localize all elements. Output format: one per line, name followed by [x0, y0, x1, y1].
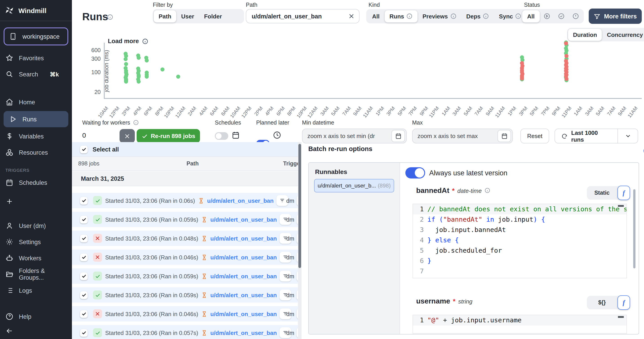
field-info-icon[interactable]	[484, 187, 491, 194]
table-row[interactable]: Started 31/03, 23:06 (Ran in 0.057s)u/dm…	[72, 325, 302, 339]
run-started-text: Started 31/03, 23:06 (Ran in 0.059s)	[105, 291, 198, 298]
run-path-link[interactable]: u/dm/alert_on_user_ban	[210, 329, 277, 336]
rerun-jobs-label: Re-run 898 jobs	[151, 133, 195, 139]
run-started-text: Started 31/03, 23:06 (Ran in 0.048s)	[105, 235, 198, 242]
table-row[interactable]: Started 31/03, 23:06 (Ran in 0.059s)u/dm…	[72, 212, 302, 227]
rerun-jobs-button[interactable]: Re-run 898 jobs	[136, 129, 200, 143]
failure-status-icon	[93, 234, 102, 243]
required-asterisk: *	[452, 187, 455, 194]
function-mode-button[interactable]: f	[618, 295, 630, 310]
scatter-dot-success[interactable]	[145, 59, 149, 63]
list-scrollbar-thumb[interactable]	[298, 144, 301, 268]
max-datetime-label: Max	[412, 120, 423, 126]
run-path-link[interactable]: u/dm/alert_on_user_ban	[210, 216, 277, 223]
row-checkbox[interactable]	[80, 197, 88, 204]
runs-window-main[interactable]: Last 1000 runs	[555, 129, 618, 143]
search-icon	[6, 70, 14, 78]
sidebar-item-resources[interactable]: Resources	[0, 144, 72, 161]
sidebar-item-logs[interactable]: Logs	[0, 282, 72, 298]
run-path-link[interactable]: u/dm/alert_on_user_ban	[210, 291, 277, 298]
sidebar-item-folders-groups[interactable]: Folders & Groups...	[0, 266, 72, 282]
min-datetime-input[interactable]: zoom x axis to set min (dr	[302, 129, 407, 143]
row-checkbox[interactable]	[80, 253, 88, 261]
sidebar-item-search[interactable]: Search ⌘k	[0, 66, 72, 82]
sidebar-item-user[interactable]: User (dm)	[0, 218, 72, 234]
runs-list-panel: Select all 898 jobs Path Trigger March 3…	[72, 142, 302, 339]
function-mode-button[interactable]: f	[618, 186, 630, 200]
duration-scatter-chart[interactable]: job duration (ms) 60030010020 10AM12PM2P…	[72, 0, 644, 117]
scatter-dot-success[interactable]	[136, 56, 141, 60]
card-scrollbar-thumb[interactable]	[633, 189, 636, 268]
runnables-panel: Runnables u/dm/alert_on_user_b... (898)	[309, 163, 400, 334]
cancel-selection-button[interactable]	[120, 129, 135, 143]
bannedAt-mode-toggle: Static f	[587, 186, 630, 200]
max-datetime-input[interactable]: zoom x axis to set max	[412, 129, 513, 143]
run-trigger-user: dm	[286, 273, 294, 279]
sidebar-item-settings[interactable]: Settings	[0, 234, 72, 250]
hourglass-icon	[201, 310, 208, 317]
reset-button[interactable]: Reset	[520, 129, 549, 143]
refresh-icon	[561, 133, 568, 139]
sidebar-item-workers[interactable]: Workers	[0, 250, 72, 266]
scatter-dot-success[interactable]	[144, 75, 148, 79]
row-checkbox[interactable]	[80, 216, 88, 223]
table-row[interactable]: Started 31/03, 23:06 (Ran in 0.06s)u/dm/…	[72, 193, 302, 208]
scatter-dot-success[interactable]	[176, 75, 180, 79]
table-row[interactable]: Started 31/03, 23:06 (Ran in 0.048s)u/dm…	[72, 231, 302, 246]
y-axis-line	[104, 43, 105, 98]
run-path-link[interactable]: u/dm/alert_on_user_ban	[210, 273, 277, 279]
table-row[interactable]: Started 31/03, 23:06 (Ran in 0.059s)u/dm…	[72, 287, 302, 302]
run-path-link[interactable]: u/dm/alert_on_user_ban	[207, 197, 274, 204]
schedules-toggle[interactable]	[215, 132, 228, 140]
table-row[interactable]: Started 31/03, 23:06 (Ran in 0.059s)u/dm…	[72, 268, 302, 284]
schedules-toggle-label: Schedules	[215, 120, 241, 126]
sidebar-add-button[interactable]	[0, 193, 72, 209]
min-datetime-label: Min datetime	[302, 120, 334, 126]
row-checkbox[interactable]	[80, 329, 88, 336]
min-datetime-calendar-button[interactable]	[392, 130, 405, 142]
user-icon	[6, 222, 14, 230]
code-token: // bannedAt does not exist on all versio…	[428, 204, 627, 214]
run-path-link[interactable]: u/dm/alert_on_user_ban	[210, 254, 277, 260]
max-datetime-calendar-button[interactable]	[498, 130, 511, 142]
table-row[interactable]: Started 31/03, 23:06 (Ran in 0.046s)u/dm…	[72, 249, 302, 265]
brand[interactable]: Windmill	[0, 0, 72, 20]
field-header-username: username* string	[416, 297, 472, 305]
row-checkbox[interactable]	[80, 272, 88, 280]
select-all-checkbox[interactable]	[80, 145, 88, 153]
bannedAt-code-editor[interactable]: 1// bannedAt does not exist on all versi…	[412, 204, 627, 278]
run-path-link[interactable]: u/dm/alert_on_user_ban	[210, 310, 277, 317]
username-code-editor[interactable]: 1"@" + job.input.username	[412, 315, 627, 333]
run-path-link[interactable]: u/dm/alert_on_user_ban	[210, 235, 277, 242]
scatter-dot-success[interactable]	[161, 68, 165, 72]
sidebar-item-help[interactable]: Help	[0, 308, 72, 324]
sidebar-item-favorites[interactable]: Favorites	[0, 50, 72, 66]
sidebar-item-schedules[interactable]: Schedules	[0, 174, 72, 191]
runs-window-dropdown[interactable]	[618, 133, 638, 139]
latest-version-toggle[interactable]	[405, 167, 425, 178]
row-checkbox[interactable]	[80, 310, 88, 318]
y-tick-label: 300	[83, 56, 101, 62]
runnable-item[interactable]: u/dm/alert_on_user_b... (898)	[314, 179, 394, 192]
sidebar-item-variables[interactable]: Variables	[0, 128, 72, 144]
collapse-sidebar-button[interactable]	[0, 324, 72, 337]
table-row[interactable]: Started 31/03, 23:06 (Ran in 0.046s)u/dm…	[72, 306, 302, 321]
sidebar-item-label: Favorites	[19, 55, 44, 61]
code-token	[537, 214, 541, 225]
code-token	[431, 235, 435, 245]
line-number: 7	[413, 266, 428, 276]
hourglass-icon	[201, 273, 208, 279]
date-group-header: March 31, 2025	[72, 171, 302, 186]
runs-window-select[interactable]: Last 1000 runs	[554, 129, 638, 143]
row-checkbox[interactable]	[80, 291, 88, 299]
sidebar-item-runs[interactable]: Runs	[4, 111, 68, 127]
row-checkbox[interactable]	[80, 234, 88, 242]
workspace-selector[interactable]: workingspace	[4, 28, 68, 46]
mode-template-option[interactable]: ${}	[587, 299, 617, 306]
mode-static-option[interactable]: Static	[587, 190, 617, 196]
line-number: 1	[413, 315, 428, 325]
sidebar-item-home[interactable]: Home	[0, 94, 72, 110]
run-started-text: Started 31/03, 23:06 (Ran in 0.059s)	[105, 216, 198, 223]
scatter-dot-success[interactable]	[136, 79, 140, 83]
run-trigger-user: dm	[286, 329, 294, 336]
